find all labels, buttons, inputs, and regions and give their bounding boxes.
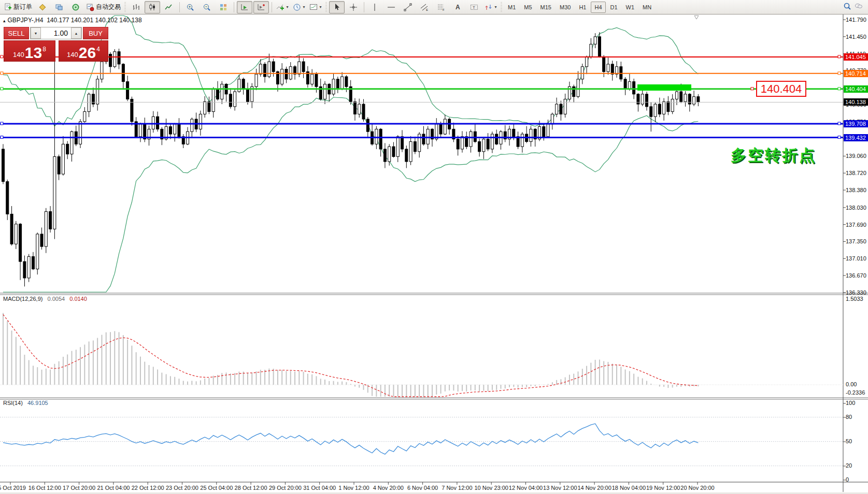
price-tick-label: 136.670 [846,272,866,279]
macd-pane-label: MACD(12,26,9) 0.0054 0.0140 [3,296,87,302]
chart-title: ▴GBPJPY-,H4 140.177 140.201 140.102 140.… [3,17,142,24]
volume-input[interactable]: 1.00 [41,27,71,39]
rsi-axis-label: 50 [846,438,852,444]
buy-price-big: 26 [79,46,96,60]
price-tick-label: 138.720 [846,170,866,176]
price-tick-label: 136.330 [846,289,866,296]
macd-axis-label: 0.00 [846,381,857,387]
price-tick-label: 137.350 [846,238,866,244]
price-level-label: 140.138 [844,98,868,106]
price-tick-label: 141.450 [846,34,866,40]
mt5-terminal: 新订单自动交易▾▾▾EFAT▾M1M5M15M30H1H4D1W1MN ▴GBP… [0,0,868,494]
volume-increase-icon[interactable]: ▲ [71,27,81,39]
macd-main-value: 0.0054 [47,296,65,302]
rsi-axis-label: 100 [846,400,855,406]
price-level-label: 140.714 [844,70,868,77]
price-tick-label: 141.790 [846,17,866,23]
volume-stepper: ▼ 1.00 ▲ [30,27,82,39]
sell-quote[interactable]: 140 13 8 [4,40,55,62]
price-tick-label: 137.690 [846,222,866,228]
buy-button[interactable]: BUY [83,27,108,39]
sell-button[interactable]: SELL [4,27,29,39]
macd-axis-label: -0.2336 [846,389,865,396]
chart-ohlc-values: 140.177 140.201 140.102 140.138 [47,17,142,24]
rsi-axis-label: 0 [846,476,849,483]
rsi-axis-label: 20 [846,462,852,469]
price-level-label: 141.045 [844,53,868,61]
buy-price-pip: 4 [96,46,100,53]
price-level-label: 140.404 [844,85,868,93]
chart-canvas[interactable] [0,0,868,494]
buy-price-prefix: 140 [67,51,78,59]
sell-price-big: 13 [25,46,42,60]
price-tick-label: 138.380 [846,187,866,193]
sell-price-pip: 8 [42,46,46,53]
chart-symbol-period: GBPJPY-,H4 [8,17,44,24]
buy-quote[interactable]: 140 26 4 [59,40,108,62]
rsi-pane-label: RSI(14) 46.9105 [3,400,48,406]
chinese-annotation[interactable]: 多空转折点 [731,145,816,166]
macd-signal-value: 0.0140 [69,296,87,302]
price-tick-label: 138.030 [846,205,866,211]
price-tick-label: 139.060 [846,153,866,159]
rsi-axis-label: 80 [846,414,852,420]
price-tick-label: 137.010 [846,255,866,261]
rsi-value: 46.9105 [27,400,48,406]
price-callout-box[interactable]: 140.404 [756,81,806,97]
collapse-panel-icon[interactable]: ▴ [3,18,6,23]
price-level-label: 139.708 [844,120,868,127]
price-level-label: 139.432 [844,134,868,141]
one-click-trading-panel: SELL ▼ 1.00 ▲ BUY 140 13 8 140 26 4 [4,27,108,62]
macd-label: MACD(12,26,9) [3,296,42,302]
time-tick-label: 20 Nov 20:00 [677,485,718,491]
volume-decrease-icon[interactable]: ▼ [31,27,41,39]
rsi-label: RSI(14) [3,400,23,406]
macd-axis-label: 1.5033 [846,296,863,302]
sell-price-prefix: 140 [13,51,24,59]
